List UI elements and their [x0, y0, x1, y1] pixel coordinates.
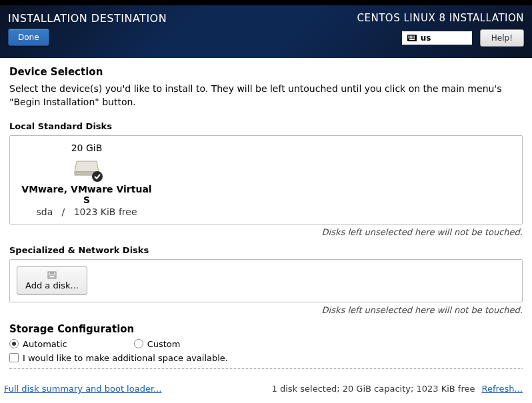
help-button[interactable]: Help! [480, 29, 524, 47]
radio-icon [134, 339, 143, 348]
radio-automatic-label: Automatic [23, 339, 67, 349]
network-disks-panel: Add a disk... [9, 259, 523, 302]
add-disk-button[interactable]: Add a disk... [17, 266, 87, 295]
svg-rect-10 [413, 37, 415, 39]
svg-rect-7 [409, 37, 411, 39]
refresh-link[interactable]: Refresh... [482, 384, 523, 394]
local-disks-label: Local Standard Disks [9, 121, 523, 131]
disk-meta: sda / 1023 KiB free [36, 206, 137, 217]
svg-rect-4 [412, 36, 413, 37]
content-area: Device Selection Select the device(s) yo… [0, 58, 532, 377]
header-bar: INSTALLATION DESTINATION Done CENTOS LIN… [0, 5, 532, 58]
installer-title: CENTOS LINUX 8 INSTALLATION [357, 12, 524, 24]
footer-bar: Full disk summary and boot loader... 1 d… [0, 377, 532, 403]
full-disk-summary-link[interactable]: Full disk summary and boot loader... [4, 384, 161, 394]
keyboard-layout-label: us [421, 33, 431, 43]
disk-summary-text: 1 disk selected; 20 GiB capacity; 1023 K… [272, 384, 475, 394]
svg-rect-11 [409, 39, 415, 41]
radio-icon [9, 339, 19, 348]
network-disks-hint: Disks left unselected here will not be t… [9, 305, 523, 315]
network-disks-label: Specialized & Network Disks [9, 245, 523, 255]
checkbox-additional-space-label: I would like to make additional space av… [23, 353, 228, 363]
selected-check-icon [91, 171, 103, 183]
local-disks-panel: 20 GiB VMware, VMware Virtual S sda / 10… [9, 135, 523, 224]
svg-rect-3 [411, 36, 412, 37]
svg-rect-1 [408, 36, 409, 37]
keyboard-icon [407, 35, 417, 41]
svg-rect-8 [411, 37, 412, 39]
svg-rect-6 [408, 37, 409, 39]
svg-rect-16 [49, 276, 55, 278]
disk-item[interactable]: 20 GiB VMware, VMware Virtual S sda / 10… [17, 143, 157, 217]
svg-rect-2 [409, 36, 411, 37]
svg-rect-5 [413, 36, 415, 37]
disk-add-icon [47, 271, 57, 279]
storage-config-title: Storage Configuration [9, 323, 523, 335]
add-disk-label: Add a disk... [25, 280, 79, 290]
disk-size: 20 GiB [71, 143, 103, 153]
radio-custom-label: Custom [147, 339, 181, 349]
keyboard-layout-selector[interactable]: us [402, 31, 472, 45]
checkbox-additional-space[interactable]: I would like to make additional space av… [9, 353, 523, 363]
svg-rect-9 [412, 37, 413, 39]
radio-custom[interactable]: Custom [134, 339, 181, 349]
local-disks-hint: Disks left unselected here will not be t… [9, 227, 523, 237]
disk-name: VMware, VMware Virtual S [17, 184, 157, 205]
device-selection-description: Select the device(s) you'd like to insta… [9, 82, 523, 109]
svg-point-13 [92, 171, 103, 182]
checkbox-icon [9, 353, 19, 362]
page-title: INSTALLATION DESTINATION [8, 12, 167, 25]
done-button[interactable]: Done [8, 29, 49, 46]
radio-automatic[interactable]: Automatic [9, 339, 67, 349]
svg-rect-15 [50, 272, 54, 274]
dotted-separator [9, 368, 523, 369]
device-selection-title: Device Selection [9, 66, 523, 78]
